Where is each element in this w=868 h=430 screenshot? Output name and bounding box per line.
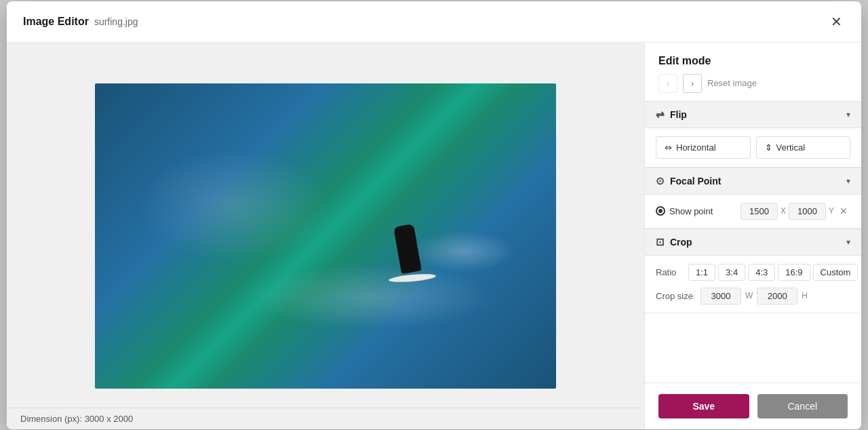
- dialog-body: Dimension (px): 3000 x 2000 Edit mode ‹ …: [7, 43, 861, 429]
- show-point-text: Show point: [669, 206, 713, 216]
- spacer: [645, 313, 861, 383]
- dialog-title: Image Editor: [23, 16, 89, 28]
- flip-chevron-icon: ▾: [846, 110, 850, 119]
- flip-vertical-button[interactable]: ⇕ Vertical: [756, 136, 851, 159]
- right-panel: Edit mode ‹ › Reset image ⇌ Flip ▾ ⇔: [644, 43, 861, 429]
- x-label: X: [781, 206, 786, 216]
- radio-button[interactable]: [656, 206, 665, 216]
- dimension-text: Dimension (px): 3000 x 2000: [20, 414, 133, 424]
- crop-section-content: Ratio 1:1 3:4 4:3 16:9 Custom Crop size …: [645, 256, 861, 313]
- crop-section-label: Crop: [670, 237, 692, 248]
- ratio-3-4-button[interactable]: 3:4: [718, 264, 745, 281]
- clear-focal-button[interactable]: ✕: [837, 206, 850, 216]
- width-label: W: [745, 291, 753, 300]
- nav-back-button[interactable]: ‹: [658, 74, 677, 93]
- title-bar: Image Editor surfing.jpg ✕: [7, 1, 861, 43]
- height-label: H: [802, 291, 808, 300]
- edit-mode-header: Edit mode: [645, 43, 861, 74]
- nav-forward-button[interactable]: ›: [683, 74, 702, 93]
- flip-horizontal-label: Horizontal: [676, 142, 716, 153]
- wave-overlay: [95, 83, 556, 389]
- ratio-row: Ratio 1:1 3:4 4:3 16:9 Custom: [656, 264, 850, 281]
- flip-section-content: ⇔ Horizontal ⇕ Vertical: [645, 128, 861, 168]
- focal-section-content: Show point X Y ✕: [645, 195, 861, 229]
- focal-row: Show point X Y ✕: [656, 203, 850, 220]
- crop-height-input[interactable]: [757, 288, 797, 305]
- ratio-1-1-button[interactable]: 1:1: [688, 264, 715, 281]
- crop-icon: ⊡: [656, 236, 665, 248]
- crop-size-row: Crop size W H: [656, 288, 850, 305]
- coord-group: X Y ✕: [741, 203, 850, 220]
- x-coordinate-input[interactable]: [741, 203, 778, 220]
- flip-vertical-label: Vertical: [776, 142, 806, 153]
- crop-section-header[interactable]: ⊡ Crop ▾: [645, 229, 861, 256]
- ratio-custom-button[interactable]: Custom: [813, 264, 859, 281]
- focal-section-header[interactable]: ⊙ Focal Point ▾: [645, 168, 861, 195]
- title-bar-left: Image Editor surfing.jpg: [23, 16, 138, 28]
- cancel-button[interactable]: Cancel: [757, 394, 848, 418]
- focal-chevron-icon: ▾: [846, 176, 850, 186]
- flip-section-header[interactable]: ⇌ Flip ▾: [645, 101, 861, 128]
- ratio-label: Ratio: [656, 267, 683, 277]
- crop-size-label: Crop size: [656, 291, 696, 301]
- save-button[interactable]: Save: [658, 394, 749, 418]
- image-area: Dimension (px): 3000 x 2000: [7, 43, 644, 429]
- y-coordinate-input[interactable]: [789, 203, 826, 220]
- dialog-filename: surfing.jpg: [94, 16, 138, 27]
- image-editor-dialog: Image Editor surfing.jpg ✕ Dimension (px…: [7, 1, 861, 429]
- crop-chevron-icon: ▾: [846, 237, 850, 247]
- dimension-bar: Dimension (px): 3000 x 2000: [7, 408, 644, 429]
- reset-image-button[interactable]: Reset image: [707, 78, 757, 88]
- flip-buttons: ⇔ Horizontal ⇕ Vertical: [656, 136, 850, 159]
- action-bar: Save Cancel: [645, 383, 861, 429]
- show-point-label: Show point: [656, 206, 713, 216]
- image-preview: [95, 83, 556, 389]
- focal-section-label: Focal Point: [670, 176, 721, 187]
- nav-row: ‹ › Reset image: [645, 74, 861, 101]
- flip-section-label: Flip: [670, 109, 687, 120]
- flip-v-icon: ⇕: [765, 142, 772, 153]
- focal-icon: ⊙: [656, 175, 665, 187]
- flip-icon: ⇌: [656, 109, 665, 121]
- radio-inner: [658, 209, 663, 213]
- flip-h-icon: ⇔: [665, 142, 672, 153]
- ratio-4-3-button[interactable]: 4:3: [748, 264, 775, 281]
- y-label: Y: [829, 206, 834, 216]
- ratio-16-9-button[interactable]: 16:9: [778, 264, 810, 281]
- flip-horizontal-button[interactable]: ⇔ Horizontal: [656, 136, 751, 159]
- close-button[interactable]: ✕: [825, 11, 848, 33]
- crop-width-input[interactable]: [701, 288, 741, 305]
